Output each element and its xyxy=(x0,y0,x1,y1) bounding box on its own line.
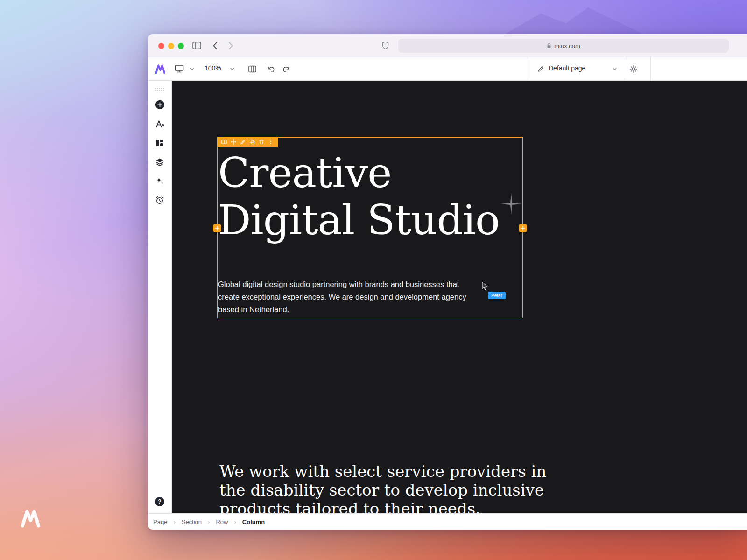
columns-icon[interactable] xyxy=(221,139,227,145)
duplicate-icon[interactable] xyxy=(249,139,255,145)
toolbar-divider xyxy=(650,57,651,80)
breadcrumb-item-page[interactable]: Page xyxy=(153,518,167,525)
edit-page-pencil-icon[interactable] xyxy=(537,65,545,73)
back-button[interactable] xyxy=(212,42,218,50)
device-desktop-icon[interactable] xyxy=(175,64,184,73)
hero-paragraph-line-1: Global digital design studio partnering … xyxy=(218,278,466,291)
zoom-button[interactable] xyxy=(178,43,184,49)
minimize-button[interactable] xyxy=(168,43,174,49)
collaborator-name-badge: Peter xyxy=(488,292,506,299)
more-options-icon[interactable] xyxy=(268,139,274,145)
breadcrumb-separator-icon: › xyxy=(234,518,236,525)
secondary-line-2: the disability sector to develop inclusi… xyxy=(219,481,546,499)
hero-paragraph-line-2: create exceptional experiences. We are d… xyxy=(218,291,466,303)
typography-style-icon[interactable] xyxy=(154,118,166,130)
zoom-level[interactable]: 100% xyxy=(204,64,221,72)
close-button[interactable] xyxy=(158,43,164,49)
layers-icon[interactable] xyxy=(154,156,166,168)
desktop-brand-logo-icon xyxy=(19,508,42,531)
hero-paragraph[interactable]: Global digital design studio partnering … xyxy=(218,278,466,316)
page-chevron-down-icon[interactable] xyxy=(613,68,617,70)
hero-paragraph-line-3: based in Netherland. xyxy=(218,303,466,316)
selection-toolbar xyxy=(217,137,278,147)
toolbar-divider xyxy=(527,57,527,80)
browser-window: miox.com 100% Default page xyxy=(148,34,747,530)
breadcrumb-separator-icon: › xyxy=(208,518,210,525)
breadcrumb-separator-icon: › xyxy=(173,518,175,525)
delete-trash-icon[interactable] xyxy=(259,139,264,145)
breadcrumb-item-column[interactable]: Column xyxy=(242,518,265,525)
breadcrumb-item-row[interactable]: Row xyxy=(216,518,228,525)
breadcrumb-item-section[interactable]: Section xyxy=(182,518,202,525)
url-text: miox.com xyxy=(554,42,580,49)
add-column-right-handle[interactable] xyxy=(519,224,527,232)
secondary-statement[interactable]: We work with select service providers in… xyxy=(219,462,546,513)
zoom-chevron-down-icon[interactable] xyxy=(230,68,234,70)
undo-icon[interactable] xyxy=(267,65,275,73)
sparkle-decoration-icon xyxy=(499,191,524,218)
drag-handle-icon[interactable] xyxy=(154,84,166,96)
app-logo-icon[interactable] xyxy=(154,63,166,75)
help-glyph: ? xyxy=(158,498,161,505)
lock-icon xyxy=(547,43,551,49)
wallpaper-ridge xyxy=(504,7,644,35)
privacy-shield-icon[interactable] xyxy=(381,41,389,50)
add-element-icon[interactable] xyxy=(154,98,166,111)
secondary-line-1: We work with select service providers in xyxy=(219,462,546,481)
settings-gear-icon[interactable] xyxy=(629,65,638,73)
hero-heading-line-2: Digital Studio xyxy=(218,196,500,244)
move-icon[interactable] xyxy=(231,139,236,145)
toolbar-divider xyxy=(625,57,625,80)
collaborator-cursor: Peter xyxy=(482,282,489,292)
help-icon[interactable]: ? xyxy=(154,496,166,508)
hero-heading[interactable]: Creative Digital Studio xyxy=(218,149,500,244)
history-clock-icon[interactable] xyxy=(154,194,166,206)
browser-titlebar: miox.com xyxy=(148,34,747,57)
device-chevron-down-icon[interactable] xyxy=(190,68,194,70)
breadcrumb: Page › Section › Row › Column xyxy=(148,513,747,530)
hero-heading-line-1: Creative xyxy=(218,149,500,196)
redo-icon[interactable] xyxy=(282,65,290,73)
builder-toolbar: 100% Default page xyxy=(148,57,747,81)
grid-view-icon[interactable] xyxy=(248,65,257,73)
layout-blocks-icon[interactable] xyxy=(154,137,166,149)
ai-sparkles-icon[interactable] xyxy=(154,175,166,187)
traffic-lights xyxy=(158,43,184,49)
page-canvas[interactable]: Creative Digital Studio Global digital d… xyxy=(172,81,747,513)
page-selector[interactable]: Default page xyxy=(549,64,585,72)
workspace: ? xyxy=(148,81,747,513)
edit-pencil-icon[interactable] xyxy=(240,139,246,145)
address-bar[interactable]: miox.com xyxy=(398,39,729,53)
secondary-line-3: products tailored to their needs. xyxy=(219,499,546,513)
sidebar-toggle-icon[interactable] xyxy=(192,42,201,49)
forward-button[interactable] xyxy=(228,42,233,50)
left-tool-rail: ? xyxy=(148,81,172,513)
